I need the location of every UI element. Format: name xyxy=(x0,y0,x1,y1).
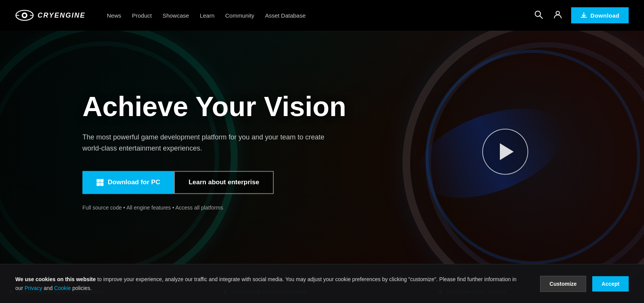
enterprise-button[interactable]: Learn about enterprise xyxy=(174,171,274,194)
search-button[interactable] xyxy=(533,9,544,22)
nav-download-button[interactable]: Download xyxy=(571,7,629,23)
nav-links: News Product Showcase Learn Community As… xyxy=(107,12,306,19)
accept-button[interactable]: Accept xyxy=(592,276,629,292)
nav-showcase[interactable]: Showcase xyxy=(163,12,189,19)
hero-features-text: Full source code • All engine features •… xyxy=(82,205,346,211)
cookie-intro: We use cookies on this website xyxy=(15,276,96,282)
nav-learn[interactable]: Learn xyxy=(200,12,214,19)
svg-rect-9 xyxy=(100,179,104,182)
nav-download-label: Download xyxy=(590,12,619,19)
hero-buttons: Download for PC Learn about enterprise xyxy=(82,171,346,194)
cookie-text: We use cookies on this website to improv… xyxy=(15,275,525,292)
svg-rect-11 xyxy=(100,183,104,186)
play-triangle-icon xyxy=(500,143,514,160)
nav-community[interactable]: Community xyxy=(225,12,255,19)
nav-product[interactable]: Product xyxy=(132,12,152,19)
windows-icon xyxy=(96,179,104,186)
privacy-link[interactable]: Privacy xyxy=(25,285,42,291)
hero-section: Achieve Your Vision The most powerful ga… xyxy=(0,0,644,303)
svg-line-6 xyxy=(540,16,543,18)
cookie-suffix: policies. xyxy=(71,285,92,291)
nav-left: CRYENGINE News Product Showcase Learn Co… xyxy=(15,10,306,21)
download-icon xyxy=(580,12,587,19)
hero-title: Achieve Your Vision xyxy=(82,92,346,121)
user-button[interactable] xyxy=(552,9,564,22)
nav-news[interactable]: News xyxy=(107,12,122,19)
hero-subtitle: The most powerful game development platf… xyxy=(82,132,328,154)
brand-name: CRYENGINE xyxy=(38,11,85,20)
logo-link[interactable]: CRYENGINE xyxy=(15,10,85,21)
nav-right: Download xyxy=(533,7,629,23)
cookie-actions: Customize Accept xyxy=(540,276,629,292)
svg-point-2 xyxy=(23,14,26,17)
cookie-and: and xyxy=(42,285,54,291)
cookie-policy-link[interactable]: Cookie xyxy=(54,285,71,291)
download-pc-button[interactable]: Download for PC xyxy=(82,171,174,194)
svg-rect-8 xyxy=(97,179,100,182)
svg-point-7 xyxy=(556,11,560,15)
customize-button[interactable]: Customize xyxy=(540,276,586,292)
nav-asset-database[interactable]: Asset Database xyxy=(265,12,306,19)
search-icon xyxy=(534,10,543,19)
user-icon xyxy=(554,10,562,19)
play-video-button[interactable] xyxy=(482,129,528,175)
main-nav: CRYENGINE News Product Showcase Learn Co… xyxy=(0,0,644,31)
svg-rect-10 xyxy=(97,183,100,186)
hero-content: Achieve Your Vision The most powerful ga… xyxy=(82,92,346,211)
cookie-banner: We use cookies on this website to improv… xyxy=(0,264,644,303)
logo-icon xyxy=(15,10,34,21)
